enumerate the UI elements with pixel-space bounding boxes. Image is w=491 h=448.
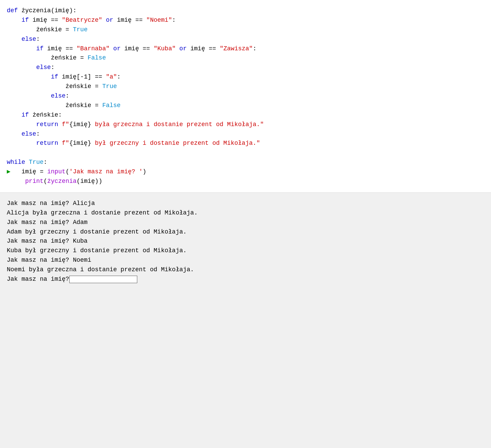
output-line-5: Jak masz na imię? Kuba — [7, 237, 484, 246]
main-container: def życzenia(imię): if imię == "Beatrycz… — [0, 0, 491, 448]
output-section: Jak masz na imię? Alicja Alicja była grz… — [0, 193, 491, 448]
output-line-2: Alicja była grzeczna i dostanie prezent … — [7, 208, 484, 218]
output-line-8: Noemi była grzeczna i dostanie prezent o… — [7, 265, 484, 275]
while-body: imię = input('Jak masz na imię? ') print… — [11, 167, 146, 186]
output-line-7: Jak masz na imię? Noemi — [7, 256, 484, 265]
output-line-6: Kuba był grzeczny i dostanie prezent od … — [7, 246, 484, 256]
code-block: def życzenia(imię): if imię == "Beatrycz… — [7, 6, 484, 167]
arrow-line: ▶ imię = input('Jak masz na imię? ') pri… — [7, 167, 484, 186]
arrow-marker: ▶ — [7, 167, 11, 177]
output-line-1: Jak masz na imię? Alicja — [7, 199, 484, 208]
last-prompt-text: Jak masz na imię? — [7, 275, 69, 284]
output-line-3: Jak masz na imię? Adam — [7, 218, 484, 227]
user-input-field[interactable] — [69, 276, 137, 283]
output-line-4: Adam był grzeczny i dostanie prezent od … — [7, 227, 484, 237]
code-section: def życzenia(imię): if imię == "Beatrycz… — [0, 0, 491, 193]
last-prompt-line[interactable]: Jak masz na imię? — [7, 275, 484, 284]
